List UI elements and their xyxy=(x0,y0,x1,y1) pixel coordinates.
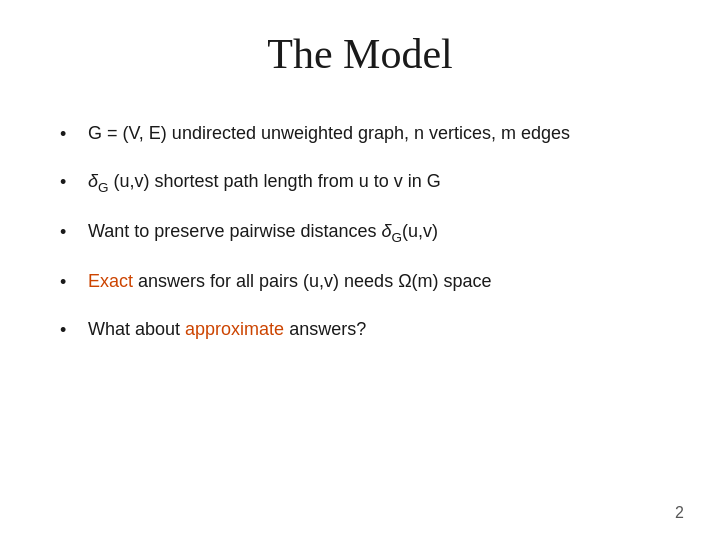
slide: The Model • G = (V, E) undirected unweig… xyxy=(0,0,720,540)
bullet-text: Want to preserve pairwise distances δG(u… xyxy=(88,218,660,248)
bullet-dot: • xyxy=(60,316,88,344)
exact-highlight: Exact xyxy=(88,271,133,291)
list-item: • Exact answers for all pairs (u,v) need… xyxy=(60,258,660,306)
subscript-g: G xyxy=(98,180,109,195)
approximate-highlight: approximate xyxy=(185,319,284,339)
bullet-list: • G = (V, E) undirected unweighted graph… xyxy=(60,110,660,354)
bullet-dot: • xyxy=(60,120,88,148)
bullet-dot: • xyxy=(60,268,88,296)
bullet-dot: • xyxy=(60,218,88,246)
bullet-text: Exact answers for all pairs (u,v) needs … xyxy=(88,268,660,295)
bullet-text: What about approximate answers? xyxy=(88,316,660,343)
bullet-text: G = (V, E) undirected unweighted graph, … xyxy=(88,120,660,147)
list-item: • What about approximate answers? xyxy=(60,306,660,354)
list-item: • δG (u,v) shortest path length from u t… xyxy=(60,158,660,208)
slide-number: 2 xyxy=(675,504,684,522)
bullet-dot: • xyxy=(60,168,88,196)
delta-symbol: δ xyxy=(88,171,98,191)
list-item: • G = (V, E) undirected unweighted graph… xyxy=(60,110,660,158)
slide-title: The Model xyxy=(60,30,660,78)
list-item: • Want to preserve pairwise distances δG… xyxy=(60,208,660,258)
bullet-text: δG (u,v) shortest path length from u to … xyxy=(88,168,660,198)
subscript-g: G xyxy=(391,229,402,244)
delta-symbol: δ xyxy=(381,221,391,241)
